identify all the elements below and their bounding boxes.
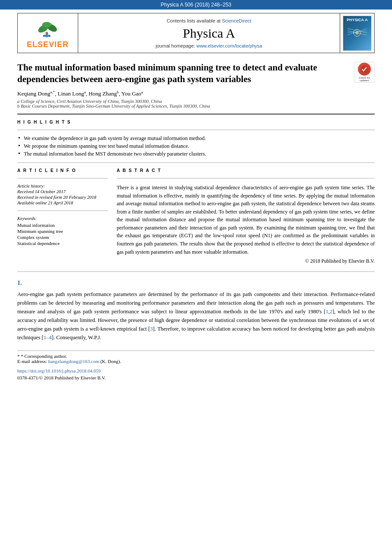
- footnote-section: * * Corresponding author. E-mail address…: [17, 350, 375, 364]
- authors-line: Keqiang Donga,*, Linan Longa, Hong Zhang…: [17, 90, 375, 97]
- keyword-1: Mutual information: [17, 223, 108, 228]
- journal-header: ELSEVIER Contents lists available at Sci…: [17, 13, 375, 53]
- author-email-link[interactable]: hangzhangdong@163.com: [48, 359, 99, 364]
- author2-sup: a: [84, 90, 86, 94]
- ref-3[interactable]: 3: [150, 326, 153, 332]
- history-label: Article history:: [17, 184, 108, 188]
- affiliations: a College of Science, Civil Aviation Uni…: [17, 99, 375, 108]
- journal-thumbnail: PHYSICA A: [343, 16, 371, 51]
- email-note: E-mail address: hangzhangdong@163.com (K…: [17, 359, 375, 364]
- abstract-section: A B S T R A C T There is a great interes…: [117, 168, 375, 264]
- divider-after-affiliations: [17, 114, 375, 115]
- doi-link[interactable]: https://doi.org/10.1016/j.physa.2018.04.…: [17, 368, 101, 373]
- sciencedirect-link[interactable]: ScienceDirect: [222, 18, 251, 23]
- revised-date: Received in revised form 20 February 201…: [17, 195, 108, 200]
- author1-sup: a,*: [50, 90, 55, 94]
- issn-text: 0378-4371/© 2018 Published by Elsevier B…: [17, 375, 106, 380]
- svg-point-3: [42, 22, 51, 28]
- journal-cover-graphic: [345, 22, 369, 46]
- abstract-text: There is a great interest in studying st…: [117, 184, 375, 256]
- ref-1[interactable]: 1: [325, 309, 328, 315]
- keyword-2: Minimum spanning tree: [17, 229, 108, 234]
- author2-name: Linan Long: [57, 90, 84, 97]
- abstract-divider: [117, 178, 375, 178]
- journal-name: Physica A: [183, 26, 235, 41]
- svg-point-4: [45, 32, 48, 35]
- journal-thumb-title: PHYSICA A: [347, 18, 367, 22]
- elsevier-logo-section: ELSEVIER: [18, 13, 78, 53]
- author1-name: Keqiang Dong: [17, 90, 50, 97]
- svg-point-14: [355, 31, 359, 35]
- journal-thumbnail-section: PHYSICA A: [340, 13, 374, 53]
- check-updates-icon: [358, 63, 371, 76]
- issn-line: 0378-4371/© 2018 Published by Elsevier B…: [17, 374, 375, 381]
- highlight-item-3: The mutual information based the MST dem…: [17, 151, 375, 157]
- highlights-section: H I G H L I G H T S We examine the depen…: [17, 120, 375, 157]
- author4-name: You Gao: [121, 90, 141, 97]
- article-info-title: A R T I C L E I N F O: [17, 168, 108, 173]
- copyright-text: © 2018 Published by Elsevier B.V.: [117, 258, 375, 264]
- journal-homepage-line: journal homepage: www.elsevier.com/locat…: [156, 43, 262, 48]
- ref-2[interactable]: 2: [330, 309, 332, 315]
- corresponding-author-note: * * Corresponding author.: [17, 353, 375, 359]
- journal-center-info: Contents lists available at ScienceDirec…: [78, 13, 340, 53]
- article-info-column: A R T I C L E I N F O Article history: R…: [17, 168, 108, 264]
- keyword-4: Statistical dependence: [17, 241, 108, 246]
- journal-citation: Physica A 506 (2018) 248–253: [161, 2, 231, 8]
- received-date: Received 14 October 2017: [17, 189, 108, 194]
- ref-1-4[interactable]: 1–4: [44, 334, 52, 341]
- highlight-item-2: We propose the minimum spanning tree tes…: [17, 143, 375, 150]
- doi-section: https://doi.org/10.1016/j.physa.2018.04.…: [17, 367, 375, 374]
- journal-homepage-link[interactable]: www.elsevier.com/locate/physa: [196, 43, 262, 48]
- corresponding-star: *: [17, 353, 20, 359]
- affiliation-b: b Basic Courses Department, Tianjin Sino…: [17, 104, 375, 108]
- introduction-heading: 1.: [17, 280, 375, 287]
- elsevier-brand-text: ELSEVIER: [27, 40, 69, 49]
- top-bar: Physica A 506 (2018) 248–253: [0, 0, 392, 10]
- elsevier-tree-icon: [31, 17, 65, 38]
- highlight-item-1: We examine the dependence in gas path sy…: [17, 135, 375, 142]
- article-info-divider: [17, 178, 108, 178]
- keywords-divider: [17, 210, 108, 211]
- keyword-3: Complex system: [17, 235, 108, 240]
- check-circle-icon: [360, 65, 369, 73]
- divider-after-highlights: [17, 162, 375, 163]
- author3-sup: b: [117, 90, 119, 94]
- keywords-list: Mutual information Minimum spanning tree…: [17, 223, 108, 246]
- check-updates-badge: Check for updates: [354, 62, 375, 83]
- svg-point-15: [360, 65, 368, 73]
- keywords-section: Keywords: Mutual information Minimum spa…: [17, 216, 108, 246]
- article-title: The mutual information based minimum spa…: [17, 62, 354, 86]
- abstract-title: A B S T R A C T: [117, 168, 375, 173]
- introduction-section: 1. Aero-engine gas path system performan…: [17, 280, 375, 342]
- author3-name: Hong Zhang: [89, 90, 117, 97]
- main-content: The mutual information based minimum spa…: [0, 62, 392, 381]
- divider-before-introduction: [17, 271, 375, 272]
- highlights-list: We examine the dependence in gas path sy…: [17, 135, 375, 157]
- article-title-section: The mutual information based minimum spa…: [17, 62, 375, 86]
- available-date: Available online 21 April 2018: [17, 201, 108, 205]
- author4-sup: a: [141, 90, 143, 94]
- keywords-title: Keywords:: [17, 216, 108, 221]
- introduction-text: Aero-engine gas path system performance …: [17, 290, 375, 342]
- highlights-title: H I G H L I G H T S: [17, 120, 375, 124]
- elsevier-logo: ELSEVIER: [27, 17, 69, 49]
- section-number: 1.: [17, 280, 22, 286]
- check-updates-label: Check for updates: [354, 76, 374, 82]
- highlights-divider: [17, 130, 375, 130]
- affiliation-a: a College of Science, Civil Aviation Uni…: [17, 99, 375, 104]
- article-history: Article history: Received 14 October 201…: [17, 184, 108, 205]
- contents-available-line: Contents lists available at ScienceDirec…: [167, 18, 252, 23]
- two-column-section: A R T I C L E I N F O Article history: R…: [17, 168, 375, 264]
